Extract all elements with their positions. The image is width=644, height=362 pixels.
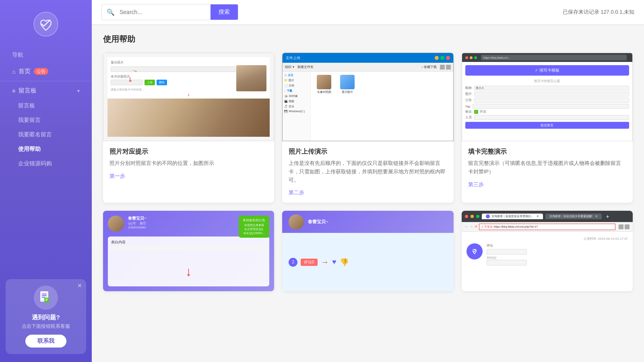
help-card-photo-upload-step[interactable]: 第二步 bbox=[289, 189, 447, 196]
page-title: 使用帮助 bbox=[103, 34, 633, 45]
comment-dislike-icon: 👎 bbox=[340, 258, 349, 267]
down-arrow-icon: ↓ bbox=[186, 264, 192, 279]
sidebar-item-home[interactable]: ⌂ 首页 公告 bbox=[0, 64, 92, 79]
file-dialog-toolbar: 组织 ▾ 新建文件夹 ↓ 收藏下载 bbox=[283, 63, 453, 72]
browser-screenshot: 京淘茶馆｜欢迎您安全享受我们... ✕ 京淘茶馆｜应征在校大学重要提醒! ✕ +… bbox=[462, 211, 633, 291]
help-card-photo-tip-title: 照片对应提示 bbox=[109, 148, 268, 156]
bottom-card-guestbook-image: 春蕾宝贝~ QQ号 频空 2086545860 来自贴长的公告 欢迎您位来参观站… bbox=[103, 211, 274, 291]
browser-more-icon bbox=[625, 224, 630, 229]
sidebar-subitem-anonymous[interactable]: 我要匿名留言 bbox=[0, 128, 92, 142]
gb-name: 春蕾宝贝~ bbox=[128, 216, 147, 221]
ssl-warning-icon: ⚠ 不安全 bbox=[481, 225, 493, 229]
gb-qq-num: 2086545860 bbox=[128, 226, 147, 229]
guestbook-demo-screenshot: 春蕾宝贝~ QQ号 频空 2086545860 来自贴长的公告 欢迎您位来参观站… bbox=[103, 211, 274, 291]
sidebar-subitem-post[interactable]: 我要留言 bbox=[0, 113, 92, 128]
toolbar-org: 组织 ▾ bbox=[285, 65, 294, 69]
nav-back-icon: ← bbox=[465, 225, 468, 228]
sidebar: 导航 ⌂ 首页 公告 ≡ 留言板 ▾ 留言板 我要留言 我要匿名留言 使用帮助 … bbox=[0, 0, 92, 362]
svg-rect-2 bbox=[42, 294, 47, 294]
fd-sidebar-item: 🎲 3D对象 bbox=[284, 94, 309, 98]
bottom-cards-grid: 春蕾宝贝~ QQ号 频空 2086545860 来自贴长的公告 欢迎您位来参观站… bbox=[103, 211, 633, 291]
form-submit-btn: 提交留言 bbox=[465, 122, 629, 129]
toolbar-download: ↓ 收藏下载 bbox=[421, 65, 436, 69]
search-button[interactable]: 搜索 bbox=[211, 4, 238, 20]
help-card-fill-form-title: 填卡完整演示 bbox=[468, 148, 626, 156]
nav-reload-icon: ↺ bbox=[475, 225, 477, 228]
bottom-card-comment: 春蕾宝贝~ 2 评论0 → ♥ 👎 bbox=[282, 211, 453, 291]
form-field-pub: 公告: bbox=[465, 98, 629, 103]
fd-sidebar-item: 🎬 视频 bbox=[284, 99, 309, 103]
browser-address-bar: ← → ↺ ⚠ 不安全 https://bbq.fatda.cn/cont.ph… bbox=[462, 222, 633, 232]
fd-sidebar-item: 🎵 音乐 bbox=[284, 105, 309, 109]
file-dialog-body: ☆ 桌面 📁 图片 📄 文档 ↓ 下载 🎲 3D对象 🎬 视频 🎵 音乐 💾 W… bbox=[283, 72, 453, 141]
search-icon: 🔍 bbox=[102, 8, 120, 16]
gb-admin-content: 欢迎您位来参观站点管理员QQ:站长QQ:26354... bbox=[243, 223, 265, 235]
comment-number: 2 bbox=[289, 258, 297, 267]
help-card-photo-upload-image: 文件上传 组织 ▾ 新建文件夹 ↓ 收藏下载 bbox=[282, 53, 453, 141]
fd-sidebar-download: ↓ 下载 bbox=[284, 89, 309, 93]
form-fill-btn: ✓ 填写卡模板 bbox=[465, 65, 629, 76]
help-card-photo-upload-title: 照片上传演示 bbox=[289, 148, 447, 156]
help-card-fill-form: https://bbq.fatda.cn/... ✓ 填写卡模板 留言卡的留言心… bbox=[462, 53, 633, 203]
help-card-photo-tip-step[interactable]: 第一步 bbox=[109, 173, 268, 180]
browser-bar: 京淘茶馆｜欢迎您安全享受我们... ✕ 京淘茶馆｜应征在校大学重要提醒! ✕ + bbox=[462, 211, 633, 222]
gb-qq: QQ号 频空 bbox=[128, 221, 147, 226]
form-subtitle: 留言卡的留言心愿 bbox=[465, 79, 629, 83]
new-tab-icon: + bbox=[606, 213, 609, 220]
help-card-title: 遇到问题? bbox=[32, 314, 60, 321]
comment-heart-icon: ♥ bbox=[332, 258, 336, 266]
sidebar-subitem-guestboard[interactable]: 留言板 bbox=[0, 99, 92, 113]
help-card-photo-upload-desc: 上传是没有先后顺序的，下面的仅仅只是获取链接并不会影响留言卡，只需如图，上传获取… bbox=[289, 159, 447, 184]
svg-rect-3 bbox=[42, 295, 47, 296]
sidebar-subitem-enterprise[interactable]: 企业猫源码购 bbox=[0, 156, 92, 171]
header-status: 已保存来访记录 127.0.0.1,未知 bbox=[563, 8, 634, 16]
help-card-desc: 点击下面按钮联系客服 bbox=[22, 323, 70, 330]
header: 🔍 搜索 已保存来访记录 127.0.0.1,未知 bbox=[92, 0, 644, 24]
content-time: 上传时间: 2019-06-14 01:17:37 bbox=[466, 237, 628, 241]
svg-rect-4 bbox=[42, 297, 45, 298]
search-input[interactable] bbox=[120, 6, 211, 19]
file-dialog-screenshot: 文件上传 组织 ▾ 新建文件夹 ↓ 收藏下载 bbox=[282, 53, 453, 141]
home-icon: ⌂ bbox=[12, 68, 15, 75]
fd-image-2: 显示图片 bbox=[337, 75, 357, 94]
comment-right-arrow-icon: → bbox=[321, 257, 329, 267]
main-area: 🔍 搜索 已保存来访记录 127.0.0.1,未知 使用帮助 显示照片 bbox=[92, 0, 644, 362]
fd-sidebar-item: 💾 Windows(C:) bbox=[284, 110, 309, 113]
browser-content: 上传时间: 2019-06-14 01:17:37 评论 bbox=[462, 232, 633, 270]
commenter-qq-label: 您的QQ bbox=[487, 256, 527, 260]
commenter-qq-field bbox=[487, 260, 527, 265]
home-badge: 公告 bbox=[34, 68, 48, 75]
form-field-person: 人员: bbox=[465, 115, 629, 120]
fd-sidebar-item: 📁 图片 bbox=[284, 78, 309, 82]
sidebar-subitem-help[interactable]: 使用帮助 bbox=[0, 142, 92, 156]
comment-name: 春蕾宝贝~ bbox=[308, 219, 328, 225]
expand-arrow-icon: ▾ bbox=[77, 88, 80, 94]
help-card-photo-upload: 文件上传 组织 ▾ 新建文件夹 ↓ 收藏下载 bbox=[282, 53, 453, 203]
sidebar-help-card: ✕ 遇到问题? 点击下面按钮联系客服 联系我 bbox=[6, 279, 86, 354]
browser-tab-2: 京淘茶馆｜应征在校大学重要提醒! ✕ bbox=[545, 214, 602, 219]
sidebar-item-guestboard[interactable]: ≡ 留言板 ▾ bbox=[0, 83, 92, 99]
comment-name-field bbox=[487, 249, 527, 255]
bottom-card-comment-image: 春蕾宝贝~ 2 评论0 → ♥ 👎 bbox=[282, 211, 453, 291]
bottom-card-browser-image: 京淘茶馆｜欢迎您安全享受我们... ✕ 京淘茶馆｜应征在校大学重要提醒! ✕ +… bbox=[462, 211, 633, 291]
contact-button[interactable]: 联系我 bbox=[25, 335, 66, 348]
help-card-fill-form-step[interactable]: 第三步 bbox=[468, 181, 626, 188]
help-card-icon bbox=[34, 286, 58, 310]
sidebar-divider bbox=[0, 81, 92, 81]
file-dialog-sidebar: ☆ 桌面 📁 图片 📄 文档 ↓ 下载 🎲 3D对象 🎬 视频 🎵 音乐 💾 W… bbox=[283, 72, 311, 141]
comment-label-text: 评论 bbox=[487, 243, 527, 248]
help-card-photo-tip-desc: 照片分别对照留言卡的不同的位置，如图所示 bbox=[109, 159, 268, 168]
help-card-photo-tip-image: 显示照片 本月封面照片 上传 删除 请输入留言板卡片的信息... bbox=[103, 53, 274, 141]
nav-forward-icon: → bbox=[470, 225, 473, 228]
comment-label: 评论0 bbox=[301, 259, 318, 266]
help-card-fill-form-image: https://bbq.fatda.cn/... ✓ 填写卡模板 留言卡的留言心… bbox=[462, 53, 633, 141]
fd-sidebar-item: 📄 文档 bbox=[284, 84, 309, 88]
svg-rect-6 bbox=[45, 299, 48, 300]
gb-admin-title: 来自贴长的公告 bbox=[243, 218, 265, 222]
fd-sidebar-item: ☆ 桌面 bbox=[284, 73, 309, 77]
file-dialog-main: 头像对照图 显示图片 bbox=[311, 72, 453, 141]
help-card-close-button[interactable]: ✕ bbox=[77, 282, 82, 289]
file-dialog-title: 文件上传 bbox=[286, 56, 300, 61]
sidebar-nav-label: 导航 bbox=[0, 48, 92, 62]
help-card-photo-tip-body: 照片对应提示 照片分别对照留言卡的不同的位置，如图所示 第一步 bbox=[103, 141, 274, 186]
